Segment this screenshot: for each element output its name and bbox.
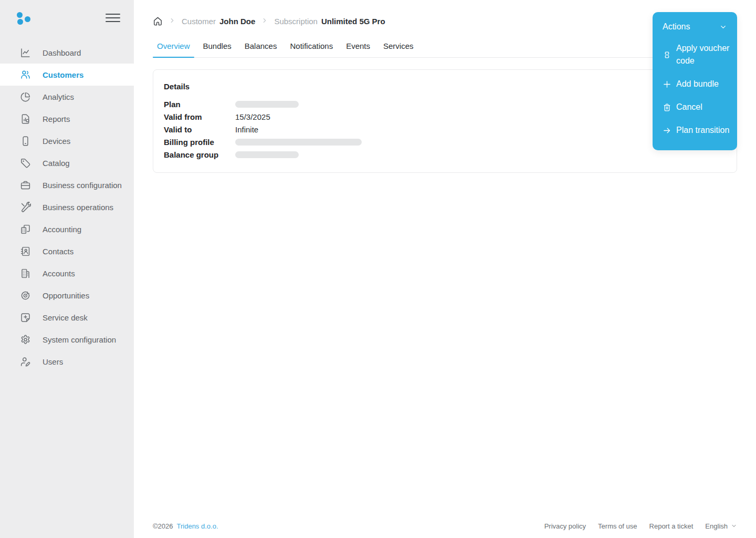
menu-item-plan-transition[interactable]: Plan transition xyxy=(653,119,737,142)
sidebar-item-label: Business configuration xyxy=(43,181,122,190)
detail-row-billing-profile: Billing profile xyxy=(164,136,726,148)
report-a-ticket-link[interactable]: Report a ticket xyxy=(649,522,694,530)
accounts-icon xyxy=(20,268,31,279)
sidebar-item-label: System configuration xyxy=(43,335,116,344)
detail-row-balance-group: Balance group xyxy=(164,148,726,161)
menu-item-label: Plan transition xyxy=(676,124,729,137)
privacy-policy-link[interactable]: Privacy policy xyxy=(544,522,586,530)
users-icon xyxy=(20,356,31,367)
tab-bar: Overview Bundles Balances Notifications … xyxy=(153,42,737,58)
detail-row-plan: Plan xyxy=(164,98,726,110)
analytics-icon xyxy=(20,91,31,102)
language-label: English xyxy=(705,522,728,530)
sidebar-item-label: Contacts xyxy=(43,247,74,256)
tab-bundles[interactable]: Bundles xyxy=(199,42,236,57)
catalog-icon xyxy=(20,158,31,169)
tab-notifications[interactable]: Notifications xyxy=(286,42,337,57)
tab-events[interactable]: Events xyxy=(342,42,374,57)
sidebar-item-service-desk[interactable]: Service desk xyxy=(0,306,134,328)
chevron-down-icon xyxy=(719,23,727,31)
sidebar-item-label: Customers xyxy=(43,70,83,79)
devices-icon xyxy=(20,136,31,147)
opportunities-icon xyxy=(20,290,31,301)
sidebar-item-dashboard[interactable]: Dashboard xyxy=(0,42,134,64)
sidebar-item-label: Catalog xyxy=(43,159,70,168)
value-placeholder-bar xyxy=(235,101,299,108)
sidebar-nav: Dashboard Customers Analytics Reports De… xyxy=(0,42,134,373)
trash-icon xyxy=(663,103,671,112)
sidebar-item-accounting[interactable]: Accounting xyxy=(0,218,134,240)
details-card-title: Details xyxy=(164,82,726,91)
menu-item-apply-voucher-code[interactable]: Apply voucher code xyxy=(653,37,737,73)
footer: ©2026 Tridens d.o.o. Privacy policy Term… xyxy=(153,514,737,538)
actions-dropdown-panel: Actions Apply voucher code Add bundle xyxy=(653,12,737,150)
sidebar-item-label: Accounts xyxy=(43,269,75,278)
dashboard-icon xyxy=(20,47,31,58)
details-card: Details Plan Valid from 15/3/2025 Valid … xyxy=(153,69,737,173)
actions-button[interactable]: Actions xyxy=(653,17,737,37)
breadcrumb-customer[interactable]: Customer John Doe xyxy=(182,17,255,26)
sidebar-item-catalog[interactable]: Catalog xyxy=(0,152,134,174)
sidebar-item-system-configuration[interactable]: System configuration xyxy=(0,328,134,350)
menu-item-cancel[interactable]: Cancel xyxy=(653,96,737,119)
sidebar-item-opportunities[interactable]: Opportunities xyxy=(0,284,134,306)
sidebar-item-reports[interactable]: Reports xyxy=(0,108,134,130)
detail-row-valid-from: Valid from 15/3/2025 xyxy=(164,110,726,123)
tridens-logo-icon xyxy=(17,11,30,25)
detail-label: Balance group xyxy=(164,150,235,159)
chevron-right-icon xyxy=(261,17,268,26)
sidebar-item-label: Opportunities xyxy=(43,291,89,300)
business-operations-icon xyxy=(20,202,31,213)
breadcrumb-value: John Doe xyxy=(219,17,255,26)
detail-label: Billing profile xyxy=(164,138,235,147)
sidebar-item-devices[interactable]: Devices xyxy=(0,130,134,152)
menu-item-label: Cancel xyxy=(676,101,702,113)
detail-label: Plan xyxy=(164,100,235,109)
detail-row-valid-to: Valid to Infinite xyxy=(164,123,726,136)
sidebar-item-users[interactable]: Users xyxy=(0,350,134,373)
sidebar-item-label: Service desk xyxy=(43,313,88,322)
hamburger-menu-icon[interactable] xyxy=(106,12,120,24)
sidebar-header xyxy=(0,0,134,35)
accounting-icon xyxy=(20,224,31,235)
copyright-text: ©2026 xyxy=(153,522,173,530)
detail-value: 15/3/2025 xyxy=(235,112,270,121)
chevron-right-icon xyxy=(169,17,176,26)
sidebar-item-business-operations[interactable]: Business operations xyxy=(0,196,134,218)
breadcrumb-value: Unlimited 5G Pro xyxy=(321,17,385,26)
sidebar-item-label: Business operations xyxy=(43,203,113,212)
sidebar-item-label: Reports xyxy=(43,115,70,123)
footer-copyright: ©2026 Tridens d.o.o. xyxy=(153,522,218,530)
main-content: Customer John Doe Subscription Unlimited… xyxy=(134,0,756,538)
value-placeholder-bar xyxy=(235,139,362,146)
sidebar-item-label: Dashboard xyxy=(43,48,81,57)
sidebar-item-customers[interactable]: Customers xyxy=(0,64,134,86)
value-placeholder-bar xyxy=(235,151,299,158)
tab-overview[interactable]: Overview xyxy=(153,42,194,57)
menu-item-label: Apply voucher code xyxy=(676,42,730,67)
breadcrumb-prefix: Subscription xyxy=(274,17,318,26)
sidebar-item-label: Analytics xyxy=(43,92,74,101)
sidebar-item-analytics[interactable]: Analytics xyxy=(0,86,134,108)
sidebar-item-label: Devices xyxy=(43,137,70,146)
company-link[interactable]: Tridens d.o.o. xyxy=(177,522,218,530)
sidebar-item-business-configuration[interactable]: Business configuration xyxy=(0,174,134,196)
detail-label: Valid to xyxy=(164,125,235,134)
sidebar: Dashboard Customers Analytics Reports De… xyxy=(0,0,134,538)
contacts-icon xyxy=(20,246,31,257)
menu-item-add-bundle[interactable]: Add bundle xyxy=(653,73,737,96)
breadcrumb-subscription[interactable]: Subscription Unlimited 5G Pro xyxy=(274,17,385,26)
sidebar-item-contacts[interactable]: Contacts xyxy=(0,240,134,262)
language-selector[interactable]: English xyxy=(705,522,737,530)
voucher-icon xyxy=(663,50,671,59)
home-icon[interactable] xyxy=(153,16,163,26)
business-configuration-icon xyxy=(20,180,31,191)
sidebar-item-accounts[interactable]: Accounts xyxy=(0,262,134,284)
actions-button-label: Actions xyxy=(663,22,690,32)
tab-services[interactable]: Services xyxy=(379,42,418,57)
sidebar-item-label: Users xyxy=(43,357,63,366)
detail-label: Valid from xyxy=(164,112,235,121)
terms-of-use-link[interactable]: Terms of use xyxy=(598,522,637,530)
arrow-right-icon xyxy=(663,126,671,135)
tab-balances[interactable]: Balances xyxy=(240,42,281,57)
